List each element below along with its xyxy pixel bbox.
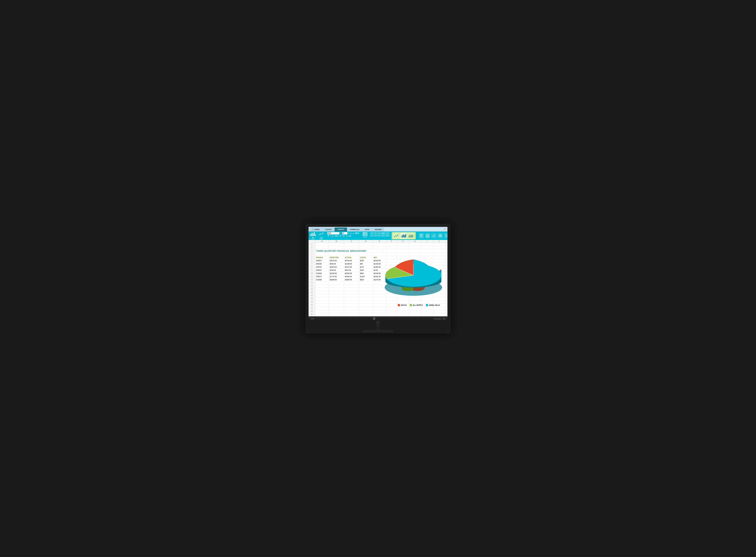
svg-point-21 (397, 236, 397, 237)
monitor-buttons (434, 318, 441, 320)
checkmark-icon-btn[interactable] (431, 233, 437, 238)
tab-home[interactable]: 🏠 🏠 HOMEHOME (309, 228, 322, 231)
align-btn-3[interactable] (377, 232, 381, 234)
bar-chart-type-btn[interactable] (400, 233, 407, 239)
grid-btn-1[interactable] (381, 232, 385, 234)
font-name-input[interactable] (327, 232, 340, 234)
line-chart-button[interactable]: Line Chart (317, 231, 325, 240)
table-row: 20 AFFLIX ALL SUPPLY (309, 303, 447, 307)
underline-btn[interactable]: U (332, 235, 334, 237)
col-header-j[interactable]: J (433, 240, 445, 243)
grouped-bar-type-btn[interactable] (408, 233, 414, 239)
legend-color-all-supply (410, 304, 412, 306)
grid-content: 1 (309, 243, 447, 316)
table-row: 22 (309, 310, 447, 313)
monitor-model-label: P203 (311, 318, 314, 320)
text-abc-btn[interactable]: abc (348, 235, 352, 237)
clock-icon-btn[interactable] (444, 233, 448, 238)
col-header-k[interactable]: K (445, 240, 448, 243)
picture-button[interactable]: Picture (361, 231, 369, 240)
svg-point-19 (394, 237, 395, 237)
bar-chart-button[interactable]: Bar Chart (309, 231, 317, 240)
tab-review[interactable]: REVIEW (372, 228, 384, 231)
col-header-b[interactable]: B (329, 240, 344, 243)
tab-layout[interactable]: LAYOUT (322, 228, 335, 231)
power-button[interactable]: ⏻ (443, 318, 445, 320)
legend-color-afflix (398, 304, 400, 306)
subscript-btn[interactable]: A₂ (342, 235, 345, 237)
legend-ansel-hills: ANSEL HILLS (426, 304, 440, 306)
pie-chart-clean (381, 252, 446, 299)
align-btn-1[interactable] (370, 232, 374, 234)
svg-point-2 (321, 234, 322, 235)
col-header-e[interactable]: E (373, 240, 386, 243)
toolbar: Bar Chart (309, 231, 447, 240)
italic-btn[interactable]: I (330, 235, 331, 237)
chart-type-group (391, 232, 416, 239)
monitor-container: 🏠 🏠 HOMEHOME LAYOUT CHARTS FORMULAS DATA… (306, 224, 450, 333)
tab-data[interactable]: DATA (362, 228, 372, 231)
bold-btn[interactable]: B (327, 235, 329, 237)
svg-rect-25 (404, 235, 405, 237)
stand-base (363, 330, 393, 333)
table-row: 23 (309, 313, 447, 316)
svg-point-43 (440, 235, 441, 236)
target-icon-btn[interactable] (438, 233, 443, 238)
col-header-g[interactable]: G (397, 240, 409, 243)
align-center-btn[interactable] (374, 234, 377, 237)
monitor-outer: 🏠 🏠 HOMEHOME LAYOUT CHARTS FORMULAS DATA… (306, 224, 450, 333)
svg-point-22 (398, 234, 398, 235)
bar-chart-icon (310, 232, 316, 236)
close-icon[interactable]: ✕ (443, 228, 446, 231)
merge-btn[interactable] (381, 234, 385, 237)
col-header-c[interactable]: C (344, 240, 359, 243)
stand-neck (374, 321, 382, 330)
line-chart-type-btn[interactable] (393, 233, 400, 239)
font-size-input[interactable] (342, 232, 347, 234)
legend-label-afflix: AFFLIX (401, 304, 407, 306)
line-chart-icon (319, 232, 324, 236)
legend-label-ansel-hills: ANSEL HILLS (429, 304, 440, 306)
table-icon-btn[interactable] (425, 233, 430, 238)
align-right-btn[interactable] (377, 234, 381, 237)
col-header-a[interactable]: A (315, 240, 329, 243)
font-size-up-btn[interactable]: A (350, 232, 352, 234)
table-row: 19 (309, 300, 447, 303)
align-btn-2[interactable] (374, 232, 377, 234)
app: 🏠 🏠 HOMEHOME LAYOUT CHARTS FORMULAS DATA… (309, 227, 447, 316)
svg-rect-8 (383, 233, 384, 233)
align-group (370, 231, 390, 240)
table-row: 21 (309, 307, 447, 310)
picture-icon (363, 232, 368, 236)
svg-rect-7 (382, 233, 383, 233)
spreadsheet-area: A B C D E F G H I J K (309, 240, 447, 316)
legend-color-ansel-hills (426, 304, 428, 306)
svg-rect-31 (412, 235, 413, 237)
svg-rect-36 (426, 234, 429, 237)
line-chart-label: Line Chart (319, 237, 324, 240)
font-size-down-btn[interactable]: a (352, 232, 354, 234)
col-headers: A B C D E F G H I J K (309, 240, 447, 243)
svg-point-3 (322, 233, 323, 233)
font-color-btn[interactable]: A (346, 235, 348, 237)
col-header-i[interactable]: I (421, 240, 433, 243)
tab-charts[interactable]: CHARTS (335, 228, 347, 231)
strikethrough-btn[interactable]: ABC (334, 235, 339, 237)
aa-button[interactable]: Aa▼ (355, 232, 359, 234)
bar-chart-label: Bar Chart (310, 237, 316, 240)
font-dropdown-arrow[interactable] (340, 232, 342, 234)
tab-formulas[interactable]: FORMULAS (347, 228, 362, 231)
col-header-d[interactable]: D (359, 240, 373, 243)
col-header-h[interactable]: H (409, 240, 421, 243)
align-left-btn[interactable] (370, 234, 374, 237)
table-row: 2 (309, 246, 447, 249)
monitor-screen: 🏠 🏠 HOMEHOME LAYOUT CHARTS FORMULAS DATA… (308, 227, 448, 317)
wrap-btn[interactable] (385, 234, 390, 237)
pie-chart-container (381, 252, 446, 300)
svg-line-46 (447, 236, 447, 236)
svg-rect-30 (411, 235, 412, 237)
col-header-f[interactable]: F (386, 240, 397, 243)
clipboard-icon-btn[interactable] (418, 233, 424, 238)
superscript-btn[interactable]: A² (339, 235, 342, 237)
grid-btn-2[interactable] (385, 232, 390, 234)
